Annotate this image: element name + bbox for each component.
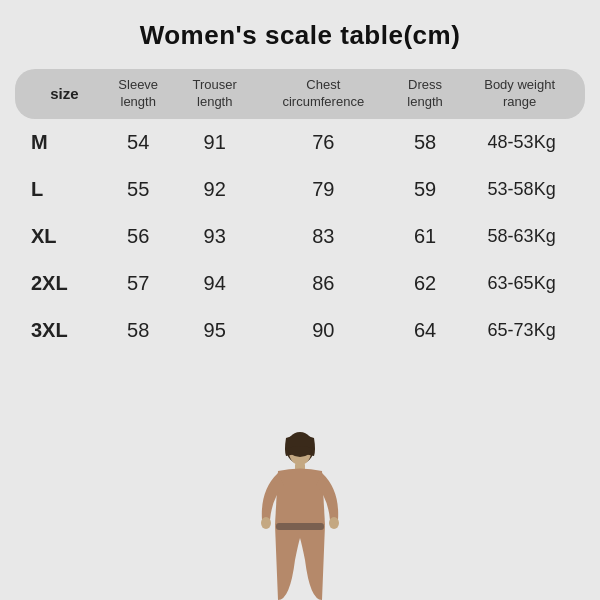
cell-size: 3XL [15,307,102,354]
svg-point-3 [261,517,271,529]
cell-trouser: 93 [175,213,255,260]
cell-trouser: 91 [175,119,255,166]
cell-size: L [15,166,102,213]
cell-weight: 63-65Kg [458,260,585,307]
cell-chest: 79 [255,166,392,213]
cell-sleeve: 54 [102,119,175,166]
cell-weight: 53-58Kg [458,166,585,213]
cell-chest: 83 [255,213,392,260]
cell-dress: 62 [392,260,458,307]
cell-chest: 76 [255,119,392,166]
header-weight: Body weight range [458,69,585,119]
cell-dress: 61 [392,213,458,260]
cell-sleeve: 55 [102,166,175,213]
cell-trouser: 95 [175,307,255,354]
cell-size: M [15,119,102,166]
table-header-row: size Sleeve length Trouser length Chest … [15,69,585,119]
table-row: L 55 92 79 59 53-58Kg [15,166,585,213]
svg-rect-5 [276,523,324,530]
cell-sleeve: 58 [102,307,175,354]
cell-weight: 48-53Kg [458,119,585,166]
cell-chest: 90 [255,307,392,354]
cell-weight: 58-63Kg [458,213,585,260]
header-chest: Chest circumference [255,69,392,119]
cell-sleeve: 56 [102,213,175,260]
cell-sleeve: 57 [102,260,175,307]
cell-size: XL [15,213,102,260]
cell-dress: 64 [392,307,458,354]
table-row: 2XL 57 94 86 62 63-65Kg [15,260,585,307]
table-row: 3XL 58 95 90 64 65-73Kg [15,307,585,354]
cell-weight: 65-73Kg [458,307,585,354]
page-container: Women's scale table(cm) size Sleeve leng… [0,0,600,600]
cell-size: 2XL [15,260,102,307]
cell-trouser: 92 [175,166,255,213]
model-figure-container [235,420,365,600]
page-title: Women's scale table(cm) [140,20,461,51]
cell-dress: 59 [392,166,458,213]
cell-dress: 58 [392,119,458,166]
cell-trouser: 94 [175,260,255,307]
model-svg [250,430,350,600]
header-trouser: Trouser length [175,69,255,119]
header-dress: Dress length [392,69,458,119]
header-size: size [15,69,102,119]
table-row: XL 56 93 83 61 58-63Kg [15,213,585,260]
header-sleeve: Sleeve length [102,69,175,119]
cell-chest: 86 [255,260,392,307]
table-row: M 54 91 76 58 48-53Kg [15,119,585,166]
svg-point-4 [329,517,339,529]
scale-table: size Sleeve length Trouser length Chest … [15,69,585,354]
scale-table-wrapper: size Sleeve length Trouser length Chest … [15,69,585,354]
